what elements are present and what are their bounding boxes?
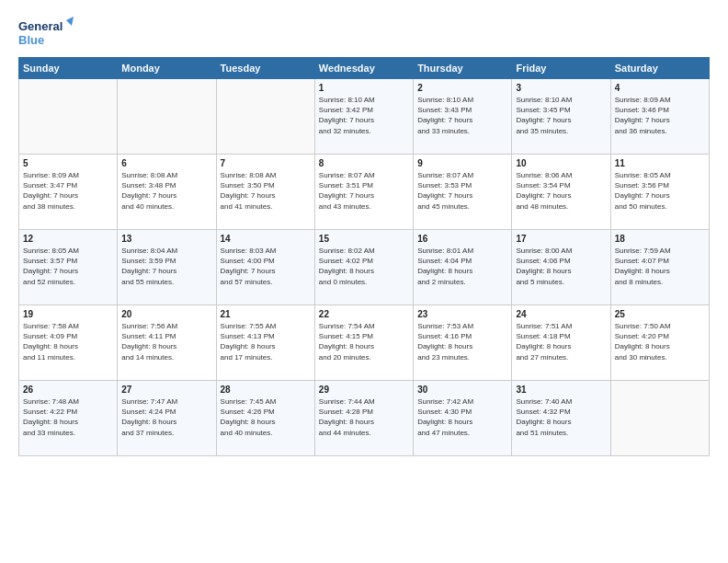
calendar-cell: 9Sunrise: 8:07 AM Sunset: 3:53 PM Daylig… [414,155,512,230]
calendar-cell: 18Sunrise: 7:59 AM Sunset: 4:07 PM Dayli… [610,230,709,305]
day-info: Sunrise: 7:45 AM Sunset: 4:26 PM Dayligh… [221,396,311,438]
day-number: 16 [417,234,507,244]
calendar-cell: 19Sunrise: 7:58 AM Sunset: 4:09 PM Dayli… [19,305,118,381]
col-header-sunday: Sunday [19,58,118,79]
calendar-cell [19,79,118,155]
day-number: 14 [221,234,311,244]
day-number: 11 [615,158,705,168]
calendar-cell: 24Sunrise: 7:51 AM Sunset: 4:18 PM Dayli… [512,305,610,381]
logo: General Blue [18,17,74,50]
day-number: 17 [516,234,606,244]
calendar-cell: 25Sunrise: 7:50 AM Sunset: 4:20 PM Dayli… [610,305,709,381]
calendar-cell: 23Sunrise: 7:53 AM Sunset: 4:16 PM Dayli… [414,305,512,381]
calendar-cell: 28Sunrise: 7:45 AM Sunset: 4:26 PM Dayli… [216,381,314,456]
day-number: 30 [417,385,507,395]
calendar-cell: 22Sunrise: 7:54 AM Sunset: 4:15 PM Dayli… [314,305,413,381]
day-number: 12 [23,234,113,244]
day-info: Sunrise: 7:56 AM Sunset: 4:11 PM Dayligh… [121,321,211,362]
calendar-cell: 27Sunrise: 7:47 AM Sunset: 4:24 PM Dayli… [118,381,216,456]
header-row: SundayMondayTuesdayWednesdayThursdayFrid… [19,58,710,79]
day-info: Sunrise: 7:40 AM Sunset: 4:32 PM Dayligh… [516,396,606,438]
day-info: Sunrise: 8:05 AM Sunset: 3:56 PM Dayligh… [615,170,705,212]
day-info: Sunrise: 8:10 AM Sunset: 3:45 PM Dayligh… [516,95,606,136]
day-info: Sunrise: 8:03 AM Sunset: 4:00 PM Dayligh… [221,246,311,287]
calendar-cell: 30Sunrise: 7:42 AM Sunset: 4:30 PM Dayli… [414,381,512,456]
day-info: Sunrise: 7:44 AM Sunset: 4:28 PM Dayligh… [319,396,409,438]
day-number: 9 [417,158,507,168]
day-info: Sunrise: 8:05 AM Sunset: 3:57 PM Dayligh… [23,246,113,287]
calendar-cell [118,79,216,155]
calendar-cell: 5Sunrise: 8:09 AM Sunset: 3:47 PM Daylig… [19,155,118,230]
day-number: 19 [23,309,113,319]
day-number: 4 [615,83,705,93]
day-number: 27 [121,385,211,395]
day-number: 2 [417,83,507,93]
day-info: Sunrise: 8:07 AM Sunset: 3:53 PM Dayligh… [417,170,507,212]
col-header-saturday: Saturday [610,58,709,79]
day-info: Sunrise: 8:09 AM Sunset: 3:47 PM Dayligh… [23,170,113,212]
day-info: Sunrise: 8:07 AM Sunset: 3:51 PM Dayligh… [319,170,409,212]
col-header-tuesday: Tuesday [216,58,314,79]
calendar-cell: 11Sunrise: 8:05 AM Sunset: 3:56 PM Dayli… [610,155,709,230]
day-number: 6 [121,158,211,168]
calendar-cell: 31Sunrise: 7:40 AM Sunset: 4:32 PM Dayli… [512,381,610,456]
day-info: Sunrise: 8:10 AM Sunset: 3:43 PM Dayligh… [417,95,507,136]
day-info: Sunrise: 8:02 AM Sunset: 4:02 PM Dayligh… [319,246,409,287]
calendar-cell [610,381,709,456]
day-info: Sunrise: 7:59 AM Sunset: 4:07 PM Dayligh… [615,246,705,287]
day-info: Sunrise: 8:08 AM Sunset: 3:50 PM Dayligh… [221,170,311,212]
day-info: Sunrise: 8:09 AM Sunset: 3:46 PM Dayligh… [615,95,705,136]
calendar-cell: 12Sunrise: 8:05 AM Sunset: 3:57 PM Dayli… [19,230,118,305]
day-info: Sunrise: 8:06 AM Sunset: 3:54 PM Dayligh… [516,170,606,212]
calendar-cell: 2Sunrise: 8:10 AM Sunset: 3:43 PM Daylig… [414,79,512,155]
day-number: 25 [615,309,705,319]
day-number: 18 [615,234,705,244]
day-info: Sunrise: 7:50 AM Sunset: 4:20 PM Dayligh… [615,321,705,362]
calendar-cell: 26Sunrise: 7:48 AM Sunset: 4:22 PM Dayli… [19,381,118,456]
day-info: Sunrise: 7:55 AM Sunset: 4:13 PM Dayligh… [221,321,311,362]
calendar-cell: 6Sunrise: 8:08 AM Sunset: 3:48 PM Daylig… [118,155,216,230]
col-header-wednesday: Wednesday [314,58,413,79]
col-header-monday: Monday [118,58,216,79]
day-number: 5 [23,158,113,168]
calendar-cell: 17Sunrise: 8:00 AM Sunset: 4:06 PM Dayli… [512,230,610,305]
week-row-2: 5Sunrise: 8:09 AM Sunset: 3:47 PM Daylig… [19,155,710,230]
calendar-cell: 13Sunrise: 8:04 AM Sunset: 3:59 PM Dayli… [118,230,216,305]
day-number: 3 [516,83,606,93]
day-info: Sunrise: 7:54 AM Sunset: 4:15 PM Dayligh… [319,321,409,362]
calendar-cell: 21Sunrise: 7:55 AM Sunset: 4:13 PM Dayli… [216,305,314,381]
page-header: General Blue [18,17,710,50]
logo-svg: General Blue [18,17,74,50]
calendar-cell: 15Sunrise: 8:02 AM Sunset: 4:02 PM Dayli… [314,230,413,305]
calendar-cell: 1Sunrise: 8:10 AM Sunset: 3:42 PM Daylig… [314,79,413,155]
calendar-table: SundayMondayTuesdayWednesdayThursdayFrid… [18,57,710,456]
day-number: 26 [23,385,113,395]
day-number: 13 [121,234,211,244]
col-header-thursday: Thursday [414,58,512,79]
day-number: 10 [516,158,606,168]
day-info: Sunrise: 8:01 AM Sunset: 4:04 PM Dayligh… [417,246,507,287]
day-info: Sunrise: 7:58 AM Sunset: 4:09 PM Dayligh… [23,321,113,362]
calendar-cell: 7Sunrise: 8:08 AM Sunset: 3:50 PM Daylig… [216,155,314,230]
day-info: Sunrise: 8:04 AM Sunset: 3:59 PM Dayligh… [121,246,211,287]
svg-text:Blue: Blue [18,33,44,47]
day-number: 21 [221,309,311,319]
day-number: 15 [319,234,409,244]
calendar-cell: 16Sunrise: 8:01 AM Sunset: 4:04 PM Dayli… [414,230,512,305]
day-info: Sunrise: 8:10 AM Sunset: 3:42 PM Dayligh… [319,95,409,136]
calendar-cell: 29Sunrise: 7:44 AM Sunset: 4:28 PM Dayli… [314,381,413,456]
day-info: Sunrise: 7:47 AM Sunset: 4:24 PM Dayligh… [121,396,211,438]
day-info: Sunrise: 7:53 AM Sunset: 4:16 PM Dayligh… [417,321,507,362]
svg-text:General: General [18,19,63,33]
day-number: 28 [221,385,311,395]
day-number: 29 [319,385,409,395]
col-header-friday: Friday [512,58,610,79]
day-number: 8 [319,158,409,168]
day-info: Sunrise: 8:08 AM Sunset: 3:48 PM Dayligh… [121,170,211,212]
day-number: 23 [417,309,507,319]
calendar-cell: 4Sunrise: 8:09 AM Sunset: 3:46 PM Daylig… [610,79,709,155]
week-row-4: 19Sunrise: 7:58 AM Sunset: 4:09 PM Dayli… [19,305,710,381]
calendar-cell: 14Sunrise: 8:03 AM Sunset: 4:00 PM Dayli… [216,230,314,305]
day-info: Sunrise: 8:00 AM Sunset: 4:06 PM Dayligh… [516,246,606,287]
day-number: 20 [121,309,211,319]
